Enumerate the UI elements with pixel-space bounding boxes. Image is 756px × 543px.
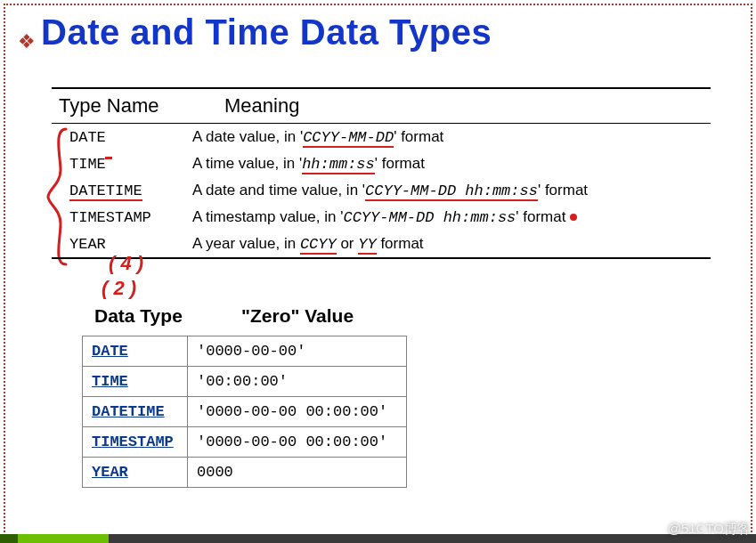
col-header-meaning: Meaning	[217, 89, 711, 123]
progress-bar	[0, 534, 756, 543]
type-name: TIMESTAMP	[52, 204, 187, 231]
progress-fill-dark	[0, 534, 18, 543]
bullet-icon: ❖	[18, 32, 36, 52]
type-meaning-table: Type Name Meaning DATE A date value, in …	[52, 87, 711, 259]
type-name: DATE	[52, 124, 187, 150]
table-row: DATETIME '0000-00-00 00:00:00'	[83, 397, 407, 427]
zero-type[interactable]: TIMESTAMP	[83, 427, 188, 458]
page-title: Date and Time Data Types	[41, 12, 492, 53]
table-row: YEAR 0000	[83, 458, 407, 488]
zero-value-table: DATE '0000-00-00' TIME '00:00:00' DATETI…	[82, 336, 407, 488]
def-row: TIME A time value, in 'hh:mm:ss' format	[52, 150, 711, 177]
zero-type[interactable]: DATETIME	[83, 397, 188, 427]
red-dot-annotation	[570, 214, 577, 221]
zero-type[interactable]: YEAR	[83, 458, 188, 488]
annotation-year-2: ( 2 )	[102, 277, 136, 300]
zero-value: '0000-00-00 00:00:00'	[187, 427, 406, 458]
slide-frame: ❖ Date and Time Data Types Type Name Mea…	[4, 4, 752, 539]
type-name: YEAR	[52, 231, 187, 257]
table-row: TIME '00:00:00'	[83, 367, 407, 397]
zero-type[interactable]: TIME	[83, 367, 188, 397]
zero-value: '0000-00-00 00:00:00'	[187, 397, 406, 427]
zero-value: '0000-00-00'	[187, 336, 406, 367]
def-row: TIMESTAMP A timestamp value, in 'CCYY-MM…	[52, 204, 711, 231]
type-meaning: A date value, in 'CCYY-MM-DD' format	[187, 124, 711, 150]
zero-type[interactable]: DATE	[83, 336, 188, 367]
zero-value: '00:00:00'	[187, 367, 406, 397]
def-row: DATETIME A date and time value, in 'CCYY…	[52, 177, 711, 204]
type-meaning: A time value, in 'hh:mm:ss' format	[187, 150, 711, 177]
type-name: DATETIME	[52, 177, 187, 204]
col-header-type: Type Name	[52, 89, 217, 123]
type-meaning: A timestamp value, in 'CCYY-MM-DD hh:mm:…	[187, 204, 711, 231]
def-row: YEAR A year value, in CCYY or YY format	[52, 231, 711, 257]
type-meaning: A date and time value, in 'CCYY-MM-DD hh…	[187, 177, 711, 204]
type-meaning: A year value, in CCYY or YY format	[187, 231, 711, 257]
watermark: @51CTO博客	[668, 521, 751, 538]
zero-header-value: "Zero" Value	[241, 305, 354, 327]
table-row: TIMESTAMP '0000-00-00 00:00:00'	[83, 427, 407, 458]
zero-value: 0000	[187, 458, 406, 488]
table-row: DATE '0000-00-00'	[83, 336, 407, 367]
type-name: TIME	[52, 150, 187, 177]
zero-value-section: Data Type "Zero" Value DATE '0000-00-00'…	[82, 302, 492, 488]
zero-header-type: Data Type	[94, 305, 206, 327]
def-row: DATE A date value, in 'CCYY-MM-DD' forma…	[52, 124, 711, 150]
